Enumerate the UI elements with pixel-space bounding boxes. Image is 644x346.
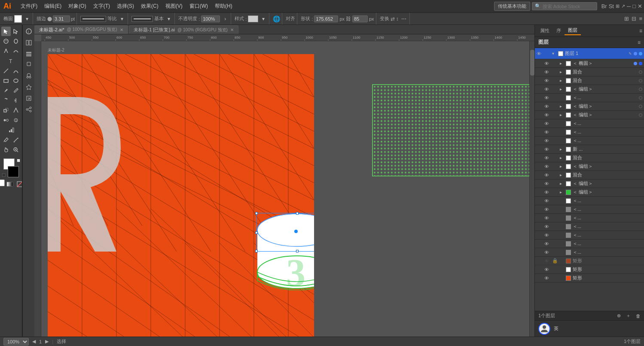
- none-btn[interactable]: [15, 179, 23, 189]
- v-scrollbar[interactable]: [529, 41, 534, 337]
- tab-1-close[interactable]: ✕: [120, 27, 123, 32]
- zoom-dropdown[interactable]: 100% 50% 200%: [3, 338, 29, 346]
- brush-panel-icon[interactable]: [24, 60, 34, 70]
- arrow-icon[interactable]: ↗: [621, 3, 625, 9]
- stroke-style-dropdown[interactable]: ▾: [118, 15, 126, 23]
- mix2-eye[interactable]: 👁: [544, 78, 550, 83]
- stroke-value-input[interactable]: [53, 15, 70, 22]
- sub-layer-ellipse[interactable]: 👁 ▸ ＜ 椭圆＞: [535, 59, 644, 68]
- symbol-panel-icon[interactable]: [24, 71, 34, 81]
- status-arrow-left[interactable]: ◀: [32, 339, 36, 344]
- sub-layer-mix2[interactable]: 👁 ▸ 混合: [535, 76, 644, 85]
- opacity-input[interactable]: [201, 15, 220, 22]
- sub-layer-dot4[interactable]: 👁 ＜...: [535, 137, 644, 145]
- flip-v-icon[interactable]: ↕: [396, 16, 399, 22]
- group1-expand[interactable]: ▸: [560, 87, 564, 91]
- user-avatar[interactable]: [538, 323, 550, 335]
- dot1-eye[interactable]: 👁: [544, 95, 550, 100]
- rect-locked-eye[interactable]: 👁: [544, 258, 550, 264]
- default-colors-icon[interactable]: [2, 173, 6, 177]
- symbol-tool[interactable]: S: [11, 115, 21, 125]
- mix3-eye[interactable]: 👁: [544, 155, 550, 161]
- dot2-eye[interactable]: 👁: [544, 121, 550, 126]
- blend-tool[interactable]: [1, 115, 11, 125]
- arc-tool[interactable]: [11, 66, 21, 76]
- panel-tab-sequence[interactable]: 序: [553, 27, 565, 35]
- ellipse-expand[interactable]: ▸: [560, 61, 564, 66]
- menu-object[interactable]: 对象(O): [65, 0, 89, 12]
- transform-more[interactable]: ⋯: [400, 15, 408, 23]
- sub-layer-rect-locked[interactable]: 👁 🔒 矩形: [535, 257, 644, 265]
- arrange-icon[interactable]: ⊞: [616, 3, 620, 9]
- minimize-icon[interactable]: ─: [627, 3, 631, 9]
- group4-expand[interactable]: ▸: [560, 164, 564, 169]
- properties-icon[interactable]: i: [24, 27, 34, 36]
- zoom-tool[interactable]: [11, 145, 21, 155]
- sub-layer-dot5[interactable]: 👁 ＜...: [535, 197, 644, 205]
- opacity-expand[interactable]: ›: [221, 15, 229, 23]
- swap-colors-icon[interactable]: ⇄: [17, 159, 20, 162]
- sub-layer-group3[interactable]: 👁 ▸ ＜ 编组＞: [535, 111, 644, 119]
- group6-eye[interactable]: 👁: [544, 190, 550, 195]
- libraries-icon[interactable]: [24, 38, 34, 47]
- bridge-icon[interactable]: Br: [601, 3, 607, 9]
- layer-1-eye[interactable]: 👁: [537, 51, 543, 56]
- group4-eye[interactable]: 👁: [544, 164, 550, 169]
- text-tool[interactable]: T: [2, 56, 21, 66]
- delete-layer-btn[interactable]: 🗑: [634, 313, 642, 319]
- sub-layer-group6[interactable]: 👁 ▸ ＜ 编组＞: [535, 188, 644, 197]
- pen-tool[interactable]: [1, 46, 11, 56]
- sub-layer-dot3[interactable]: 👁 ＜...: [535, 128, 644, 137]
- sub-layer-dot10[interactable]: 👁 ＜...: [535, 240, 644, 248]
- select-tool[interactable]: [1, 27, 11, 36]
- menu-help[interactable]: 帮助(H): [211, 0, 236, 12]
- dot6-eye[interactable]: 👁: [544, 207, 550, 212]
- style-dropdown[interactable]: ▾: [259, 15, 267, 23]
- measure-tool[interactable]: [11, 135, 21, 145]
- paint-brush-tool[interactable]: [1, 86, 11, 95]
- menu-edit[interactable]: 编辑(E): [41, 0, 65, 12]
- group3-expand[interactable]: ▸: [560, 112, 564, 117]
- shape-dropdown-icon[interactable]: ▾: [23, 15, 31, 23]
- grid-icon[interactable]: ⊞: [624, 15, 629, 22]
- maximize-icon[interactable]: □: [632, 3, 636, 9]
- sub-layer-dot6[interactable]: 👁 ＜...: [535, 205, 644, 214]
- share-panel-icon[interactable]: [24, 105, 34, 114]
- effects-panel-icon[interactable]: [24, 82, 34, 92]
- flip-h-icon[interactable]: ⇄: [391, 16, 395, 22]
- status-arrow-right[interactable]: ▶: [45, 339, 49, 344]
- panel-tab-properties[interactable]: 属性: [537, 27, 553, 35]
- scale-tool[interactable]: [1, 106, 11, 115]
- layer-1-expand[interactable]: ▾: [552, 51, 556, 56]
- hand-tool[interactable]: [1, 145, 11, 155]
- line-tool[interactable]: [1, 66, 11, 76]
- sub-layer-dot2[interactable]: 👁 ＜...: [535, 119, 644, 128]
- tab-2-close[interactable]: ✕: [230, 27, 234, 32]
- shape-h-input[interactable]: [352, 15, 368, 22]
- sub-layer-rect2[interactable]: 👁 矩形: [535, 265, 644, 274]
- add-layer-btn[interactable]: ＋: [624, 313, 632, 319]
- dot3-eye[interactable]: 👁: [544, 130, 550, 135]
- rotate-tool[interactable]: [1, 96, 11, 105]
- layers-panel-menu[interactable]: ≡: [638, 39, 641, 46]
- stroke-style-preview[interactable]: [80, 16, 106, 22]
- sub-layer-mix1[interactable]: 👁 ▸ 混合: [535, 68, 644, 76]
- group2-expand[interactable]: ▸: [560, 104, 564, 109]
- mix4-expand[interactable]: ▸: [560, 173, 564, 177]
- shape-w-input[interactable]: [314, 15, 338, 22]
- sub-layer-group2[interactable]: 👁 ▸ ＜ 编组＞: [535, 102, 644, 111]
- sub-layer-rect3[interactable]: 👁 矩形: [535, 274, 644, 282]
- menu-window[interactable]: 窗口(W): [186, 0, 211, 12]
- reflect-tool[interactable]: [11, 96, 21, 105]
- rect2-eye[interactable]: 👁: [544, 267, 550, 272]
- pencil-tool[interactable]: [11, 86, 21, 95]
- mix4-eye[interactable]: 👁: [544, 173, 550, 178]
- more-icon[interactable]: ≡: [639, 15, 642, 22]
- reshape-tool[interactable]: [11, 106, 21, 115]
- rect3-eye[interactable]: 👁: [544, 276, 550, 281]
- style-swatch[interactable]: [248, 15, 258, 22]
- export-panel-icon[interactable]: [24, 94, 34, 103]
- menu-text[interactable]: 文字(T): [90, 0, 113, 12]
- new-layer-btn[interactable]: 1个图层: [537, 313, 557, 319]
- group5-expand[interactable]: ▸: [560, 181, 564, 186]
